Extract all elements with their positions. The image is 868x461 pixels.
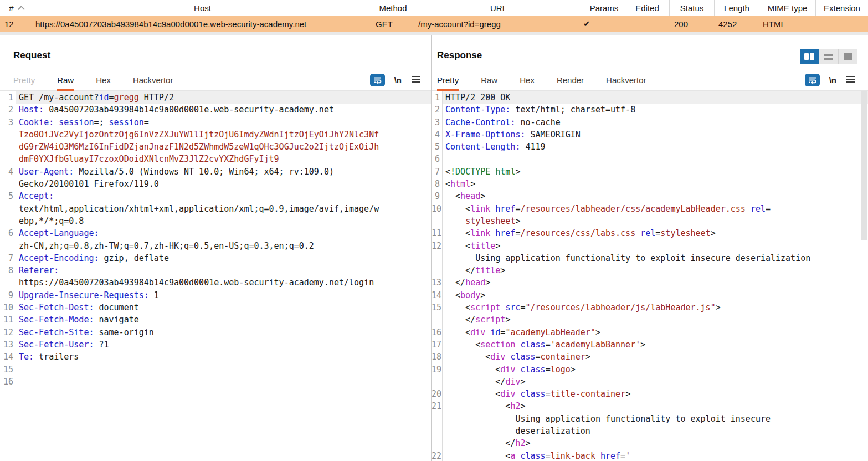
code-line-text: Sec-Fetch-User: ?1 — [16, 339, 431, 351]
tab-raw[interactable]: Raw — [57, 75, 74, 91]
request-pane-header: Request PrettyRawHexHackvertor \n — [0, 35, 431, 91]
header-label-host: Host — [194, 3, 211, 13]
show-newlines-icon[interactable]: \n — [829, 75, 836, 85]
code-line-text: Sec-Fetch-Site: same-origin — [16, 326, 431, 339]
code-line-text: Accept-Encoding: gzip, deflate — [16, 252, 431, 264]
row-cell-url[interactable]: /my-account?id=gregg — [414, 16, 583, 32]
code-line-text: deserialization — [443, 425, 868, 437]
code-token: > — [480, 191, 485, 201]
line-number — [0, 276, 16, 289]
code-token: href — [495, 228, 515, 238]
code-line: 13 </head> — [432, 276, 868, 289]
code-token: > — [640, 340, 645, 350]
code-line: 3Cache-Control: no-cache — [432, 116, 868, 129]
soft-wrap-icon[interactable] — [370, 74, 385, 86]
row-cell-mime[interactable]: HTML — [759, 16, 816, 32]
hamburger-glyph — [411, 75, 421, 84]
row-cell-edited[interactable] — [625, 16, 670, 32]
code-token: div — [470, 327, 485, 337]
code-token: ' — [625, 451, 630, 461]
code-token: Mozilla/5.0 (Windows NT 10.0; Win64; x64… — [74, 167, 334, 177]
code-token: Sec-Fetch-Site: — [19, 327, 94, 337]
code-token: section — [480, 340, 515, 350]
header-label-num: # — [9, 3, 13, 13]
line-number: 17 — [432, 339, 443, 351]
header-cell-url[interactable]: URL — [414, 0, 583, 16]
soft-wrap-icon[interactable] — [805, 74, 820, 86]
code-line-text — [16, 376, 431, 388]
row-cell-length[interactable]: 4252 — [715, 16, 759, 32]
code-token: Using application functionality to explo… — [445, 414, 771, 424]
code-token: > — [520, 377, 525, 387]
response-editor[interactable]: 1HTTP/2 200 OK2Content-Type: text/html; … — [432, 91, 868, 461]
code-token: > — [585, 352, 590, 362]
code-token: Accept: — [19, 191, 54, 201]
code-token: 0a45007203ab493984b14c9a00d0001e.web-sec… — [44, 105, 334, 115]
header-cell-status[interactable]: Status — [670, 0, 715, 16]
code-line: 11Sec-Fetch-Mode: navigate — [0, 314, 431, 326]
row-cell-host[interactable]: https://0a45007203ab493984b14c9a00d0001e… — [33, 16, 372, 32]
response-tabbar: PrettyRawHexRenderHackvertor \n — [432, 70, 868, 91]
header-cell-length[interactable]: Length — [715, 0, 759, 16]
tab-hex[interactable]: Hex — [520, 75, 535, 91]
code-line: 16 — [0, 376, 431, 388]
code-line-text: <body> — [443, 289, 868, 301]
code-token: = — [536, 352, 541, 362]
line-number: 12 — [0, 326, 16, 339]
header-cell-host[interactable]: Host — [33, 0, 372, 16]
tab-render[interactable]: Render — [557, 75, 584, 91]
code-token: logo — [551, 365, 571, 375]
row-cell-method[interactable]: GET — [372, 16, 414, 32]
code-token — [635, 228, 640, 238]
tab-raw[interactable]: Raw — [481, 75, 497, 91]
soft-wrap-glyph — [373, 76, 382, 84]
code-token: > — [711, 228, 716, 238]
request-title: Request — [13, 50, 50, 61]
row-cell-num[interactable]: 12 — [0, 16, 33, 32]
header-cell-ext[interactable]: Extension — [816, 0, 868, 16]
tab-pretty[interactable]: Pretty — [437, 75, 459, 91]
header-label-params: Params — [590, 3, 619, 13]
code-token: script — [475, 315, 505, 325]
header-cell-params[interactable]: Params — [583, 0, 625, 16]
tab-pretty[interactable]: Pretty — [13, 75, 35, 91]
code-token: 1 — [149, 290, 159, 300]
code-token: < — [445, 228, 470, 238]
tab-hex[interactable]: Hex — [96, 75, 111, 91]
response-scrollbar-thumb[interactable] — [861, 91, 867, 240]
code-token: = — [144, 117, 149, 127]
code-line-text: <html> — [443, 178, 868, 190]
code-line: 12 <title> — [432, 240, 868, 252]
header-cell-num[interactable]: # — [0, 0, 33, 16]
tab-hackvertor[interactable]: Hackvertor — [133, 75, 173, 91]
show-newlines-icon[interactable]: \n — [394, 75, 402, 85]
header-cell-mime[interactable]: MIME type — [759, 0, 816, 16]
code-token: < — [445, 327, 470, 337]
row-cell-ext[interactable] — [816, 16, 868, 32]
code-token: !DOCTYPE html — [450, 167, 515, 177]
code-token: same-origin — [94, 327, 153, 337]
table-bottom-band — [0, 32, 868, 35]
editor-menu-icon[interactable] — [411, 75, 421, 86]
code-line-text-selected: HTTP/2 200 OK — [443, 91, 868, 104]
code-line-text-selected: GET /my-account?id=gregg HTTP/2 — [16, 91, 431, 104]
editor-menu-icon[interactable] — [846, 75, 856, 86]
code-token: class — [520, 451, 545, 461]
line-number: 4 — [432, 129, 443, 141]
code-token: User-Agent: — [19, 167, 74, 177]
code-line: 2Host: 0a45007203ab493984b14c9a00d0001e.… — [0, 104, 431, 116]
code-token: < — [445, 389, 500, 399]
header-cell-edited[interactable]: Edited — [625, 0, 670, 16]
code-token: GET /my-account? — [19, 93, 99, 103]
code-token: script — [470, 303, 500, 313]
tab-hackvertor[interactable]: Hackvertor — [606, 75, 646, 91]
code-token: /resources/labheader/css/academyLabHeade… — [520, 204, 745, 214]
row-cell-status[interactable]: 200 — [670, 16, 715, 32]
history-row-selected[interactable]: 12https://0a45007203ab493984b14c9a00d000… — [0, 16, 868, 32]
line-number: 2 — [0, 104, 16, 116]
code-token: Sec-Fetch-Mode: — [19, 315, 94, 325]
request-pane: Request PrettyRawHexHackvertor \n — [0, 35, 431, 461]
row-cell-params[interactable]: ✔ — [583, 16, 625, 32]
header-cell-method[interactable]: Method — [372, 0, 414, 16]
request-editor[interactable]: 1GET /my-account?id=gregg HTTP/22Host: 0… — [0, 91, 431, 461]
